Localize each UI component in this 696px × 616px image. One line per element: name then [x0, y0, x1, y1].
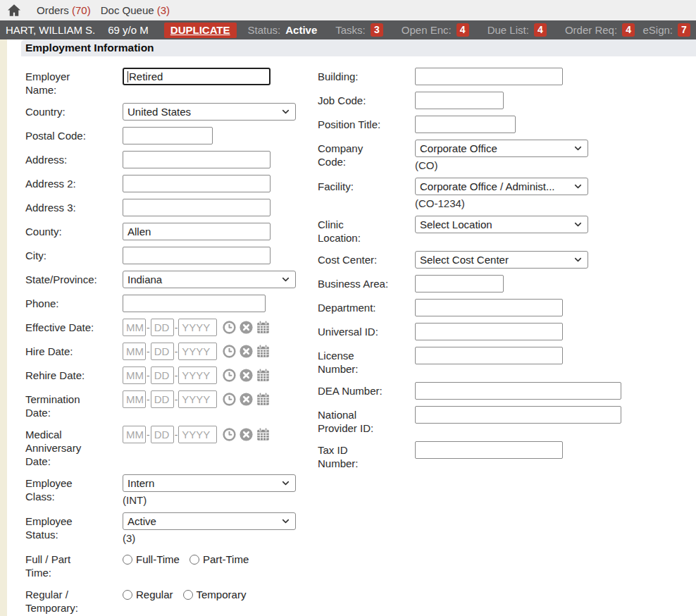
termination-date-month-input[interactable]: MM [123, 390, 146, 408]
rehire-date-year-input[interactable]: YYYY [178, 366, 217, 384]
address-2-input[interactable] [123, 175, 271, 192]
date-placeholder: YYYY [182, 321, 210, 333]
clock-icon[interactable] [222, 368, 237, 383]
universal-id-input[interactable] [415, 323, 563, 340]
effective-date-picker: MM-DD-YYYY [123, 319, 296, 336]
date-icon-group [222, 392, 271, 407]
field-control [415, 382, 696, 400]
termination-date-day-input[interactable]: DD [151, 390, 174, 408]
cost-center-select[interactable]: Select Cost Center [415, 251, 588, 269]
job-code-input[interactable] [415, 92, 504, 109]
clear-icon[interactable] [239, 392, 254, 407]
nav-link-doc-queue[interactable]: Doc Queue (3) [101, 4, 170, 16]
calendar-icon[interactable] [256, 368, 271, 383]
calendar-icon[interactable] [256, 344, 271, 359]
date-icon-group [222, 320, 271, 335]
nav-link-orders[interactable]: Orders (70) [37, 4, 91, 16]
radio-button-icon [189, 555, 199, 565]
effective-date-month-input[interactable]: MM [123, 319, 146, 336]
employee-status-select[interactable]: Active [123, 512, 296, 530]
clear-icon[interactable] [239, 320, 254, 335]
date-separator: - [175, 429, 178, 441]
radio-button-icon [183, 590, 193, 600]
company-code-select[interactable]: Corporate Office [415, 140, 588, 157]
calendar-icon[interactable] [256, 392, 271, 407]
medical-anniversary-date-year-input[interactable]: YYYY [178, 426, 217, 443]
clock-icon[interactable] [222, 344, 237, 359]
field-label: City: [25, 247, 106, 262]
dea-number-input[interactable] [415, 382, 621, 400]
clear-icon[interactable] [239, 368, 254, 383]
clinic-location-select[interactable]: Select Location [415, 216, 588, 233]
field-label: Department: [318, 299, 398, 314]
form-row-phone: Phone: [25, 295, 296, 312]
form-row-hire-date: Hire Date:MM-DD-YYYY [25, 343, 296, 360]
business-area-input[interactable] [415, 275, 504, 292]
clock-icon[interactable] [222, 320, 237, 335]
medical-anniversary-date-day-input[interactable]: DD [151, 426, 174, 443]
tasks-badge[interactable]: 3 [371, 23, 383, 37]
input-value: Allen [127, 226, 151, 238]
clock-icon[interactable] [222, 427, 237, 442]
field-label: Country: [25, 103, 106, 118]
home-icon[interactable] [7, 4, 23, 18]
calendar-icon[interactable] [256, 320, 271, 335]
full-part-time-radio-full-time[interactable]: Full-Time [123, 553, 180, 565]
order-req-badge[interactable]: 4 [622, 23, 635, 37]
field-note: (CO) [415, 159, 696, 171]
hire-date-month-input[interactable]: MM [123, 343, 146, 360]
open-enc-badge[interactable]: 4 [456, 23, 469, 37]
date-separator: - [175, 394, 178, 405]
field-note: (3) [123, 532, 296, 544]
due-list-badge[interactable]: 4 [534, 23, 547, 37]
hire-date-day-input[interactable]: DD [151, 343, 174, 360]
clear-icon[interactable] [239, 427, 254, 442]
address-3-input[interactable] [123, 199, 271, 216]
duplicate-button[interactable]: DUPLICATE [164, 23, 237, 38]
termination-date-picker: MM-DD-YYYY [123, 390, 296, 408]
medical-anniversary-date-month-input[interactable]: MM [123, 426, 146, 443]
full-part-time-radio-part-time[interactable]: Part-Time [189, 553, 249, 565]
rehire-date-month-input[interactable]: MM [123, 366, 146, 384]
regular-temporary-radio-regular[interactable]: Regular [123, 589, 173, 600]
state-province-select[interactable]: Indiana [123, 271, 296, 288]
clock-icon[interactable] [222, 392, 237, 407]
field-label: Hire Date: [25, 343, 106, 358]
department-input[interactable] [415, 299, 563, 316]
esign-badge[interactable]: 7 [678, 23, 690, 37]
rehire-date-day-input[interactable]: DD [151, 366, 174, 384]
date-separator: - [175, 346, 178, 357]
address-input[interactable] [123, 151, 271, 168]
employment-panel: Employment Information Employer Name:Ret… [21, 39, 696, 616]
calendar-icon[interactable] [256, 427, 271, 442]
county-input[interactable]: Allen [123, 223, 271, 240]
employment-form: Employer Name:RetiredCountry:United Stat… [21, 56, 696, 616]
phone-input[interactable] [123, 295, 266, 312]
form-row-employee-class: Employee Class:Intern(INT) [25, 474, 296, 506]
effective-date-day-input[interactable]: DD [151, 319, 174, 336]
hire-date-year-input[interactable]: YYYY [178, 343, 217, 360]
chevron-down-icon [573, 144, 583, 153]
postal-code-input[interactable] [123, 127, 213, 144]
position-title-input[interactable] [415, 116, 516, 133]
tax-id-number-input[interactable] [415, 441, 563, 459]
country-select[interactable]: United States [123, 103, 296, 121]
regular-temporary-radio-temporary[interactable]: Temporary [183, 589, 247, 600]
field-label: Facility: [318, 178, 398, 193]
license-number-input[interactable] [415, 347, 563, 364]
clear-icon[interactable] [239, 344, 254, 359]
national-provider-id-input[interactable] [415, 406, 621, 424]
form-row-regular-temporary: Regular / Temporary:RegularTemporary [25, 586, 296, 615]
facility-select[interactable]: Corporate Office / Administ... [415, 178, 588, 195]
employee-class-select[interactable]: Intern [123, 474, 296, 492]
employer-name-input[interactable]: Retired [123, 68, 271, 85]
field-label: Business Area: [318, 275, 398, 290]
effective-date-year-input[interactable]: YYYY [178, 319, 217, 336]
building-input[interactable] [415, 68, 563, 85]
select-value: Corporate Office [420, 142, 571, 154]
date-placeholder: YYYY [182, 393, 210, 405]
open-enc-group: Open Enc: 4 [402, 23, 469, 37]
field-label: Employee Class: [25, 474, 106, 503]
termination-date-year-input[interactable]: YYYY [178, 390, 217, 408]
city-input[interactable] [123, 247, 271, 264]
